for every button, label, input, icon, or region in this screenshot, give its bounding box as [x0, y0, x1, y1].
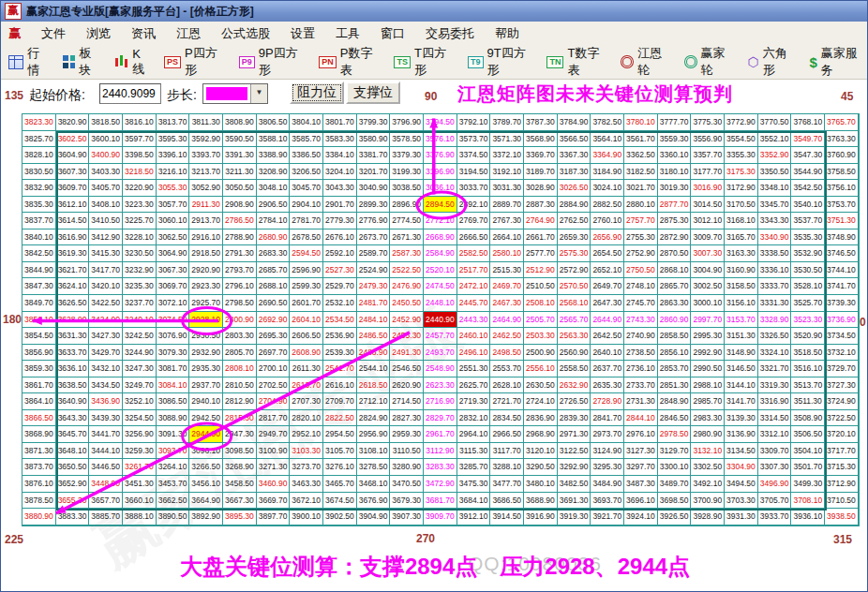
matrix-cell: 3900.10: [290, 509, 323, 525]
toolbar-item-六角形[interactable]: ⬡六角形: [748, 45, 798, 79]
matrix-cell: 3818.50: [89, 114, 123, 131]
matrix-cell: 2680.90: [257, 229, 291, 246]
matrix-cell: 2503.30: [524, 328, 558, 345]
matrix-cell: 3475.30: [457, 476, 491, 493]
start-price-input[interactable]: [99, 83, 161, 104]
matrix-cell: 2582.50: [457, 245, 491, 262]
matrix-cell: 3132.10: [691, 443, 725, 460]
matrix-cell: 3336.10: [758, 262, 792, 279]
matrix-cell: 3832.90: [22, 180, 56, 197]
matrix-cell: 3496.90: [758, 476, 792, 493]
matrix-cell: 2594.50: [290, 245, 323, 262]
matrix-cell: 3297.70: [624, 459, 658, 476]
matrix-cell: 3072.10: [157, 295, 190, 312]
toolbar-item-T四方形[interactable]: TST四方形: [394, 45, 456, 79]
matrix-cell: 2580.10: [490, 245, 524, 262]
matrix-cell: 2666.50: [457, 229, 491, 246]
matrix-cell: 2817.70: [257, 410, 291, 427]
matrix-cell: 3343.30: [758, 213, 792, 229]
matrix-cell: 2726.50: [558, 393, 591, 410]
matrix-cell: 3669.70: [257, 493, 291, 510]
matrix-cell: 2949.70: [257, 426, 291, 443]
menu-item-交易委托[interactable]: 交易委托: [415, 22, 485, 45]
chevron-down-icon[interactable]: ▼: [250, 84, 267, 103]
matrix-cell: 3600.10: [89, 131, 123, 148]
menu-item-工具[interactable]: 工具: [325, 22, 370, 45]
matrix-cell: 2810.50: [223, 377, 257, 394]
matrix-cell: 3014.50: [691, 197, 725, 214]
toolbar-item-P四方形[interactable]: PSP四方形: [164, 45, 227, 79]
toolbar-item-label: T数字表: [567, 45, 608, 79]
menu-item-江恩[interactable]: 江恩: [166, 22, 211, 45]
matrix-cell: 3158.50: [725, 278, 758, 295]
menu-item-窗口[interactable]: 窗口: [370, 22, 415, 45]
menu-item-资讯[interactable]: 资讯: [121, 22, 166, 45]
matrix-cell: 3218.50: [123, 164, 157, 181]
matrix-cell: 3372.10: [490, 147, 524, 164]
matrix-cell: 3938.50: [825, 509, 859, 525]
matrix-cell: 3660.10: [123, 493, 157, 510]
matrix-cell: 3408.10: [89, 197, 123, 214]
step-color-dropdown[interactable]: ▼: [202, 83, 268, 104]
matrix-cell: 3592.90: [189, 131, 223, 148]
menu-item-帮助[interactable]: 帮助: [485, 22, 530, 45]
matrix-cell: 2577.70: [524, 245, 558, 262]
matrix-cell: 3556.90: [691, 131, 725, 148]
step-color-swatch: [206, 87, 247, 100]
toolbar-item-9P四方形[interactable]: P99P四方形: [239, 45, 307, 79]
matrix-cell: 3595.30: [157, 131, 190, 148]
support-button[interactable]: 支撑位: [346, 81, 400, 104]
matrix-cell: 3518.50: [791, 345, 825, 362]
matrix-cell: 2985.70: [691, 393, 725, 410]
toolbar-item-label: 赢家轮: [701, 45, 736, 79]
matrix-cell: 3789.70: [490, 114, 524, 131]
matrix-cell: 3367.30: [558, 147, 591, 164]
toolbar-item-板块[interactable]: 板块: [63, 45, 102, 79]
toolbar-item-9T四方形[interactable]: T99T四方形: [468, 45, 534, 79]
matrix-cell: 2455.30: [390, 328, 424, 345]
matrix-cell: 3165.70: [725, 229, 758, 246]
matrix-cell: 3686.50: [490, 493, 524, 510]
matrix-cell: 2532.10: [323, 295, 357, 312]
matrix-cell: 3746.50: [825, 245, 859, 262]
matrix-cell: 2515.30: [490, 262, 524, 279]
toolbar-item-P数字表[interactable]: PNP数字表: [319, 45, 382, 79]
matrix-cell: 2520.10: [424, 262, 457, 279]
toolbar-item-T数字表[interactable]: TNT数字表: [546, 45, 608, 79]
toolbar-item-赢家服务[interactable]: $赢家服务: [809, 45, 867, 79]
matrix-cell: 3772.90: [725, 114, 758, 131]
matrix-cell: 3134.50: [725, 443, 758, 460]
matrix-cell: 2983.30: [691, 410, 725, 427]
matrix-cell: 2877.70: [658, 197, 692, 214]
toolbar-item-行情[interactable]: 行情: [8, 45, 51, 79]
matrix-cell: 3312.10: [758, 426, 792, 443]
resistance-button[interactable]: 阻力位: [290, 81, 344, 104]
matrix-cell: 3405.70: [89, 180, 123, 197]
window-title: 赢家江恩专业版[赢家服务平台] - [价格正方形]: [26, 4, 254, 20]
matrix-cell: 2700.10: [257, 361, 291, 377]
matrix-cell: 3127.30: [624, 443, 658, 460]
matrix-cell: 3873.70: [22, 459, 56, 476]
matrix-cell: 3710.50: [825, 493, 859, 510]
matrix-cell: 3540.10: [791, 197, 825, 214]
matrix-cell: 3705.70: [758, 493, 792, 510]
matrix-cell: 3259.30: [123, 443, 157, 460]
matrix-cell: 2500.90: [524, 345, 558, 362]
menu-item-公式选股[interactable]: 公式选股: [211, 22, 280, 45]
matrix-cell: 3823.30: [22, 114, 56, 131]
toolbar-item-赢家轮[interactable]: 赢家轮: [684, 45, 736, 79]
matrix-cell: 2676.10: [323, 229, 357, 246]
matrix-cell: 2925.70: [189, 295, 223, 312]
matrix-cell: 2743.30: [624, 312, 658, 329]
menu-item-文件[interactable]: 文件: [31, 22, 76, 45]
matrix-cell: 3722.50: [825, 410, 859, 427]
matrix-cell: 2664.10: [490, 229, 524, 246]
menu-item-浏览[interactable]: 浏览: [76, 22, 121, 45]
toolbar-item-K线[interactable]: K线: [114, 47, 152, 78]
toolbar-item-江恩轮[interactable]: 江恩轮: [621, 45, 672, 79]
matrix-cell: 3338.50: [758, 245, 792, 262]
matrix-cell: 3580.90: [357, 131, 391, 148]
menu-item-设置[interactable]: 设置: [280, 22, 325, 45]
matrix-cell: 3652.90: [56, 476, 90, 493]
menu-bar: 赢 文件浏览资讯江恩公式选股设置工具窗口交易委托帮助: [1, 22, 867, 46]
